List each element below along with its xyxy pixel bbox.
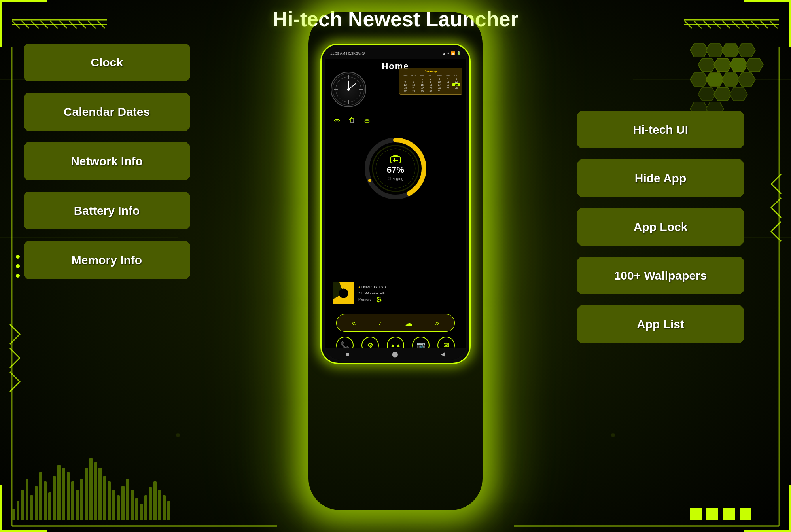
dock-next[interactable]: » [435, 319, 439, 327]
status-time: 11:39 AM | 0.3KB/s ⦿ [330, 51, 365, 55]
svg-text:67%: 67% [387, 165, 404, 175]
frame-corner-br [744, 485, 791, 532]
calendar-grid: SUNMONTUEWEDTHUFRISAT1234567891011121314… [401, 74, 460, 93]
eq-bar [112, 490, 115, 520]
icon-row [333, 117, 371, 124]
svg-marker-71 [706, 44, 724, 57]
svg-point-57 [422, 167, 426, 170]
svg-marker-83 [714, 87, 732, 101]
eq-bar [117, 495, 120, 520]
eq-bar [62, 468, 65, 520]
eq-bar [121, 486, 125, 521]
eq-bar [89, 458, 93, 521]
indicator-dot [723, 508, 735, 520]
eq-bar [167, 501, 170, 520]
dock-music[interactable]: ♪ [378, 319, 382, 327]
settings-gear[interactable]: ⚙ [376, 295, 382, 304]
phone-screen: 11:39 AM | 0.3KB/s ⦿ ▲ ✈ 📶 🔋 Home [325, 48, 466, 360]
phone-body: 11:39 AM | 0.3KB/s ⦿ ▲ ✈ 📶 🔋 Home [320, 44, 471, 364]
svg-marker-78 [690, 73, 708, 86]
battery-info-button[interactable]: Battery Info [24, 192, 190, 229]
status-bar: 11:39 AM | 0.3KB/s ⦿ ▲ ✈ 📶 🔋 [325, 48, 466, 59]
indicator-dot [706, 508, 718, 520]
bottom-dock: « ♪ ☁ » [336, 314, 455, 332]
dock-prev[interactable]: « [352, 319, 356, 327]
frame-corner-tr [744, 0, 791, 47]
calendar-month: January [401, 70, 460, 73]
memory-section: ● Used : 36.8 GB ● Free : 13.7 GB Memory… [333, 282, 386, 304]
back-button[interactable]: ■ [346, 351, 349, 357]
eq-bar [67, 472, 70, 521]
svg-point-69 [339, 289, 348, 298]
svg-line-49 [348, 83, 356, 89]
clock-widget [331, 72, 370, 111]
battery-circle: 67% Charging [362, 135, 429, 202]
svg-marker-81 [738, 73, 755, 86]
svg-marker-80 [722, 73, 740, 86]
frame-corner-tl [0, 0, 47, 47]
eq-bar [71, 481, 74, 520]
hide-app-button[interactable]: Hide App [577, 159, 744, 197]
indicator-dot [690, 508, 702, 520]
left-panel: Clock Calendar Dates Network Info Batter… [24, 44, 214, 279]
eq-bar [108, 481, 111, 520]
memory-pie-chart [333, 282, 354, 304]
clock-button[interactable]: Clock [24, 44, 190, 81]
calendar-dates-button[interactable]: Calendar Dates [24, 93, 190, 131]
svg-point-50 [347, 88, 350, 91]
memory-info-button[interactable]: Memory Info [24, 241, 190, 279]
eq-bar [135, 498, 138, 520]
eq-bar [80, 479, 83, 520]
svg-marker-82 [698, 87, 716, 101]
svg-text:Charging: Charging [388, 176, 404, 181]
side-dot [16, 264, 20, 268]
eq-bar [94, 462, 97, 520]
phone-mockup: 11:39 AM | 0.3KB/s ⦿ ▲ ✈ 📶 🔋 Home [320, 24, 471, 498]
eq-bar [57, 465, 61, 520]
airplane-icon [363, 117, 371, 124]
eq-bar [131, 490, 134, 520]
svg-marker-84 [730, 87, 747, 101]
hitech-ui-button[interactable]: Hi-tech UI [577, 111, 744, 148]
right-panel: Hi-tech UI Hide App App Lock 100+ Wallpa… [577, 111, 767, 343]
svg-marker-77 [746, 58, 763, 72]
side-dot [16, 255, 20, 259]
clock-face [331, 72, 366, 107]
svg-rect-62 [393, 155, 398, 157]
status-icons: ▲ ✈ 📶 🔋 [443, 51, 461, 55]
svg-marker-70 [690, 44, 708, 57]
eq-bar [163, 495, 166, 520]
eq-bar [140, 504, 143, 520]
side-dots-left [16, 255, 20, 278]
calendar-widget: January SUNMONTUEWEDTHUFRISAT12345678910… [399, 68, 462, 95]
eq-bar [98, 468, 102, 520]
page-container: Hi-tech Newest Launcher Clock Calendar D… [0, 0, 791, 532]
side-dot [16, 274, 20, 278]
recents-button[interactable]: ◀ [441, 351, 445, 357]
svg-marker-75 [714, 58, 732, 72]
eq-bar [126, 479, 129, 520]
eq-bar [144, 495, 148, 520]
svg-point-56 [394, 138, 397, 142]
eq-bar [103, 476, 106, 520]
svg-marker-79 [706, 73, 724, 86]
dock-cloud[interactable]: ☁ [405, 318, 413, 328]
eq-bar [85, 468, 88, 520]
frame-corner-bl [0, 485, 47, 532]
svg-marker-72 [722, 44, 740, 57]
app-lock-button[interactable]: App Lock [577, 208, 744, 246]
eq-bar [53, 476, 56, 520]
network-info-button[interactable]: Network Info [24, 142, 190, 180]
transfer-icon [348, 117, 356, 124]
eq-bar [158, 490, 161, 520]
svg-marker-76 [730, 58, 747, 72]
eq-bar [149, 487, 152, 520]
svg-point-58 [368, 179, 371, 182]
system-bar: ■ ⬤ ◀ [325, 348, 466, 360]
home-button[interactable]: ⬤ [392, 351, 398, 357]
wallpapers-button[interactable]: 100+ Wallpapers [577, 257, 744, 294]
eq-bar [48, 492, 51, 520]
svg-marker-74 [698, 58, 716, 72]
eq-bar [76, 490, 79, 520]
app-list-button[interactable]: App List [577, 305, 744, 343]
